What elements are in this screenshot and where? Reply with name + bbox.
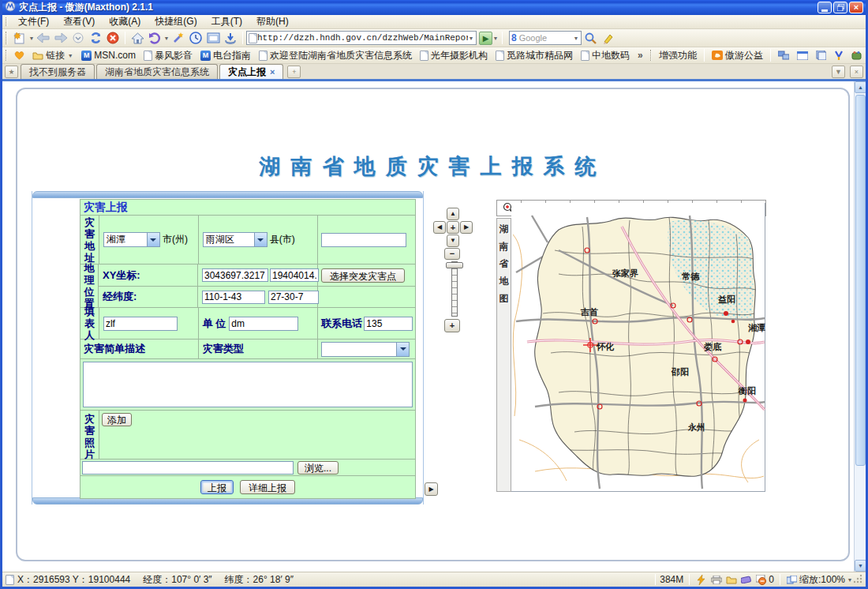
- scroll-down-button[interactable]: ▼: [855, 560, 866, 572]
- menu-groups[interactable]: 快捷组(G): [148, 15, 204, 28]
- plugin-button[interactable]: [847, 51, 866, 60]
- feed-button[interactable]: [830, 51, 847, 60]
- x-coordinate-input[interactable]: [202, 268, 268, 282]
- menu-help[interactable]: 帮助(H): [249, 15, 296, 28]
- address-url[interactable]: http://dzzh.hndh.gov.cn/dzzhWeb/MainRepo…: [257, 33, 468, 43]
- add-photo-button[interactable]: 添加: [102, 413, 132, 426]
- popup-blocker-button[interactable]: [755, 574, 767, 585]
- zoom-dropdown[interactable]: ▼: [847, 577, 853, 583]
- link-zhongdi[interactable]: 中地数码: [577, 49, 634, 62]
- new-tab-button[interactable]: +: [287, 66, 301, 78]
- history-button[interactable]: [187, 30, 204, 46]
- select-arrow-icon[interactable]: [254, 233, 267, 246]
- browse-button[interactable]: 浏览...: [297, 461, 339, 475]
- notes-button[interactable]: [812, 51, 830, 60]
- address-detail-input[interactable]: [321, 233, 406, 247]
- go-dropdown[interactable]: ▼: [492, 36, 499, 41]
- y-coordinate-input[interactable]: [270, 268, 319, 282]
- snap-button[interactable]: [204, 30, 222, 46]
- link-radio[interactable]: M电台指南: [196, 49, 255, 62]
- tab-close-icon[interactable]: ×: [270, 67, 275, 77]
- zoom-level[interactable]: 缩放:100%: [799, 573, 845, 587]
- unit-input[interactable]: [229, 317, 298, 331]
- favorites-tab-button[interactable]: ★: [5, 66, 18, 78]
- pan-right-button[interactable]: ▶: [460, 221, 473, 234]
- select-arrow-icon[interactable]: [147, 233, 159, 246]
- new-page-button[interactable]: [11, 30, 28, 46]
- address-dropdown[interactable]: ▼: [468, 36, 474, 41]
- menu-grip[interactable]: [6, 17, 8, 27]
- disaster-type-select[interactable]: [321, 342, 410, 357]
- new-page-dropdown[interactable]: ▼: [28, 36, 35, 41]
- tab-disaster-report[interactable]: 灾点上报×: [219, 64, 283, 79]
- longitude-input[interactable]: [202, 291, 265, 304]
- menu-tools[interactable]: 工具(T): [204, 15, 249, 28]
- page-scrollbar[interactable]: ▲ ▼: [854, 81, 866, 572]
- charity-button[interactable]: 傲游公益: [708, 49, 767, 62]
- split-view-button[interactable]: [793, 51, 812, 60]
- search-box[interactable]: 8 Google ▼: [509, 31, 582, 45]
- links-grip[interactable]: [6, 50, 7, 61]
- boss-key-button[interactable]: [695, 574, 707, 585]
- tab-server-not-found[interactable]: 找不到服务器: [21, 64, 95, 79]
- magic-fill-button[interactable]: [170, 30, 187, 46]
- enhance-button[interactable]: 增强功能: [655, 49, 701, 62]
- link-photo[interactable]: 光年摄影机构: [416, 49, 492, 62]
- layout-button[interactable]: [786, 574, 798, 585]
- toolbar-grip[interactable]: [6, 32, 8, 43]
- close-button[interactable]: ×: [849, 2, 863, 13]
- pick-disaster-point-button[interactable]: 选择突发灾害点: [321, 268, 405, 283]
- refresh-button[interactable]: [87, 30, 104, 46]
- pan-left-button[interactable]: ◀: [433, 221, 446, 234]
- select-arrow-icon[interactable]: [396, 343, 409, 356]
- search-button[interactable]: [582, 30, 599, 46]
- description-textarea[interactable]: [83, 362, 413, 407]
- reporter-name-input[interactable]: [103, 317, 178, 331]
- links-folder[interactable]: 链接▼: [28, 49, 77, 62]
- stop-button[interactable]: [104, 30, 122, 46]
- download-button[interactable]: [222, 30, 239, 46]
- restore-button[interactable]: [833, 2, 847, 13]
- download-folder-button[interactable]: [725, 574, 737, 585]
- menu-file[interactable]: 文件(F): [11, 15, 56, 28]
- city-select[interactable]: 湘潭: [103, 232, 160, 247]
- go-button[interactable]: ▶: [479, 32, 492, 45]
- tab-dzzh-info-system[interactable]: 湖南省地质灾害信息系统: [96, 64, 218, 79]
- detail-submit-button[interactable]: 详细上报: [240, 480, 295, 494]
- latitude-input[interactable]: [268, 291, 319, 304]
- resize-grip[interactable]: [853, 574, 862, 586]
- scroll-up-button[interactable]: ▲: [855, 81, 866, 93]
- print-button[interactable]: [710, 574, 722, 585]
- link-baofeng[interactable]: 暴风影音: [140, 49, 196, 62]
- collector-button[interactable]: [10, 51, 28, 60]
- submit-button[interactable]: 上报: [200, 480, 234, 494]
- close-tab-button[interactable]: ×: [850, 66, 863, 78]
- menu-favorites[interactable]: 收藏(A): [102, 15, 148, 28]
- undo-dropdown[interactable]: ▼: [163, 36, 170, 41]
- tab-list-button[interactable]: ▼: [832, 66, 845, 78]
- file-path-input[interactable]: [82, 461, 294, 475]
- proxy-button[interactable]: [774, 51, 793, 60]
- forward-button[interactable]: [52, 30, 69, 46]
- county-select[interactable]: 雨湖区: [203, 232, 268, 247]
- link-dzzh[interactable]: 欢迎登陆湖南省地质灾害信息系统: [255, 49, 416, 62]
- map-canvas[interactable]: 张家界 常德 益阳 湘潭 吉首 怀化 娄底 邵阳 衡阳 永州: [511, 203, 765, 492]
- pan-down-button[interactable]: ▼: [447, 234, 459, 247]
- back-button[interactable]: [35, 30, 52, 46]
- minimize-button[interactable]: [817, 2, 832, 13]
- undo-button[interactable]: [146, 30, 163, 46]
- clear-data-button[interactable]: [740, 574, 752, 585]
- links-overflow-button[interactable]: »: [634, 50, 647, 61]
- collapse-panel-button[interactable]: ▶: [425, 482, 438, 496]
- search-input[interactable]: Google: [519, 33, 573, 43]
- zoom-slider-track[interactable]: [451, 261, 458, 317]
- menu-view[interactable]: 查看(V): [56, 15, 102, 28]
- zoom-out-step-button[interactable]: −: [444, 248, 460, 260]
- home-button[interactable]: [129, 30, 146, 46]
- search-dropdown[interactable]: ▼: [573, 36, 579, 41]
- link-msn[interactable]: MMSN.com: [77, 50, 140, 61]
- history-dropdown-button[interactable]: [69, 30, 87, 46]
- address-bar[interactable]: http://dzzh.hndh.gov.cn/dzzhWeb/MainRepo…: [246, 31, 477, 45]
- link-milu[interactable]: 觅路城市精品网: [492, 49, 577, 62]
- zoom-in-step-button[interactable]: +: [444, 319, 460, 332]
